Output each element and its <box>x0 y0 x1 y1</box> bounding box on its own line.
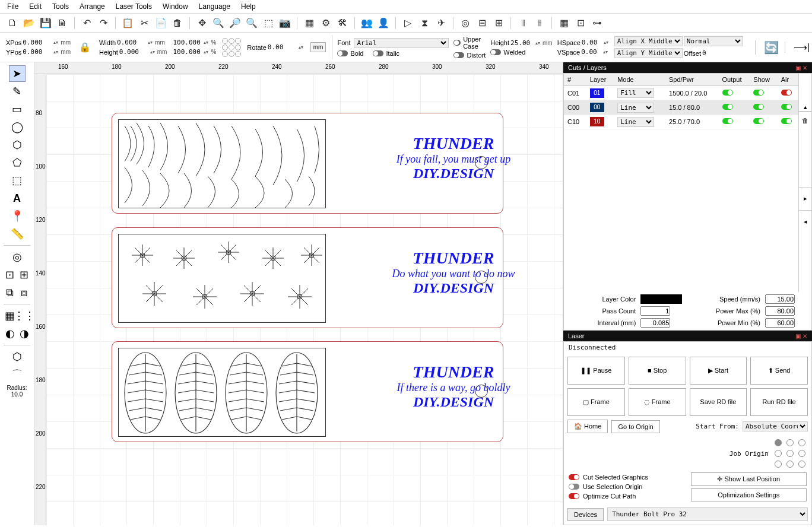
user-icon[interactable]: 👤 <box>377 17 390 30</box>
alignx-select[interactable]: Align X Middle <box>614 36 683 46</box>
select-area-icon[interactable]: ⬚ <box>262 17 275 30</box>
new-icon[interactable]: 🗋 <box>6 17 19 30</box>
curve-tool[interactable]: ⌒ <box>9 366 26 383</box>
text-tool[interactable]: A <box>9 190 26 207</box>
edit-nodes-tool[interactable]: ⬚ <box>9 172 26 189</box>
menu-arrange[interactable]: Arrange <box>80 2 105 11</box>
flip-v-tool[interactable]: ◑ <box>17 325 31 342</box>
canvas-area[interactable]: 160180 200220 240260 280300 320340 80100… <box>34 62 563 525</box>
layer-right-button[interactable]: ▸ <box>799 187 811 211</box>
export-icon[interactable]: 🗎 <box>56 17 69 30</box>
delete-icon[interactable]: 🗑 <box>171 17 184 30</box>
power-max-input[interactable] <box>765 306 795 316</box>
welded-toggle[interactable] <box>490 49 501 55</box>
zoom-in-icon[interactable]: 🔍 <box>212 17 225 30</box>
italic-toggle[interactable] <box>373 50 383 56</box>
mirror-v-icon[interactable]: ✈ <box>434 17 448 30</box>
grid-icon[interactable]: ⊡ <box>574 17 587 30</box>
weld-tool[interactable]: ⊡ <box>3 266 17 283</box>
cut-icon[interactable]: ✂ <box>138 17 151 30</box>
show-last-button[interactable]: ✛ Show Last Position <box>691 472 807 486</box>
layer-swatch-c00[interactable]: 00 <box>590 103 604 112</box>
offset-tool[interactable]: ◎ <box>9 249 26 265</box>
open-icon[interactable]: 📂 <box>23 17 36 30</box>
paste-icon[interactable]: 📄 <box>154 17 167 30</box>
rotate-input[interactable] <box>268 43 297 51</box>
zoom-out-icon[interactable]: 🔍 <box>245 17 258 30</box>
frame2-button[interactable]: ◌ Frame <box>629 388 686 416</box>
save-rd-button[interactable]: Save RD file <box>690 388 747 416</box>
pass-count-input[interactable] <box>640 306 670 316</box>
design-card-2[interactable]: THUNDER Do what you want to do now DIY.D… <box>112 227 503 328</box>
opt-settings-button[interactable]: Optimization Settings <box>691 488 807 501</box>
layer-delete-button[interactable]: 🗑 <box>799 112 811 129</box>
layer-color-swatch[interactable] <box>640 294 682 304</box>
canvas[interactable]: THUNDER If you fall, you must get up DIY… <box>46 74 563 525</box>
pen-tool[interactable]: ✎ <box>9 83 26 100</box>
aligny-select[interactable]: Align Y Middle <box>614 48 683 58</box>
align-panel-icon[interactable]: ⟶| <box>785 42 810 53</box>
job-origin-grid[interactable] <box>775 439 807 468</box>
device-select[interactable]: Thunder Bolt Pro 32 <box>607 507 808 521</box>
distort-toggle[interactable] <box>453 52 464 58</box>
speed-input[interactable] <box>765 294 795 304</box>
mm-button[interactable]: mm <box>310 42 326 52</box>
devices-button[interactable]: Devices <box>567 508 604 521</box>
tools-icon[interactable]: 🛠 <box>336 17 349 30</box>
hspace-input[interactable] <box>582 39 602 46</box>
layer-up-button[interactable]: ▴ <box>799 74 811 112</box>
home-button[interactable]: 🏠 Home <box>567 420 608 433</box>
path-tool[interactable]: ⬠ <box>9 154 26 171</box>
circle-tool[interactable]: ◯ <box>9 119 26 135</box>
layer-row-c00[interactable]: C00 00 Line 15.0 / 80.0 <box>564 100 798 115</box>
opt-cut-toggle[interactable] <box>569 493 579 499</box>
menu-language[interactable]: Language <box>199 2 230 11</box>
target-icon[interactable]: ◎ <box>459 17 472 30</box>
menu-laser-tools[interactable]: Laser Tools <box>116 2 152 11</box>
output-toggle-c00[interactable] <box>722 104 733 110</box>
show-toggle-c01[interactable] <box>753 90 764 96</box>
width-input[interactable] <box>117 39 147 46</box>
mode-select-c01[interactable]: Fill <box>617 88 654 98</box>
marker-tool[interactable]: 📍 <box>9 208 26 224</box>
flip-h-tool[interactable]: ◐ <box>3 325 17 342</box>
frame1-button[interactable]: ▢ Frame <box>567 388 625 416</box>
power-min-input[interactable] <box>765 318 795 328</box>
vspace-input[interactable] <box>581 48 602 56</box>
font-select[interactable]: Arial <box>354 38 449 48</box>
redo-icon[interactable]: ↷ <box>97 17 110 30</box>
camera-icon[interactable]: 📷 <box>278 17 291 30</box>
menu-tools[interactable]: Tools <box>52 2 69 11</box>
panel-controls[interactable]: ▣ ✕ <box>795 65 807 71</box>
laser-panel-controls[interactable]: ▣ ✕ <box>795 333 807 339</box>
select-tool[interactable]: ➤ <box>9 65 26 82</box>
air-toggle-c10[interactable] <box>781 118 792 124</box>
go-origin-button[interactable]: Go to Origin <box>611 420 659 433</box>
bold-toggle[interactable] <box>337 50 348 56</box>
air-toggle-c01[interactable] <box>781 90 792 96</box>
menu-help[interactable]: Help <box>241 2 256 11</box>
pct-h-input[interactable] <box>173 48 202 56</box>
run-rd-button[interactable]: Run RD file <box>750 388 808 416</box>
layer-swatch-c01[interactable]: 01 <box>590 88 604 98</box>
show-toggle-c00[interactable] <box>753 104 764 110</box>
laser-panel-header[interactable]: Laser▣ ✕ <box>563 331 812 341</box>
layer-swatch-c10[interactable]: 10 <box>590 117 604 126</box>
array-icon[interactable]: ▦ <box>557 17 570 30</box>
height-input[interactable] <box>119 48 149 56</box>
rotary-icon[interactable]: 🔄 <box>755 40 779 55</box>
send-button[interactable]: ⬆ Send <box>750 357 808 385</box>
ypos-input[interactable] <box>23 48 52 56</box>
cuts-panel-header[interactable]: Cuts / Layers▣ ✕ <box>563 62 812 73</box>
copy-icon[interactable]: 📋 <box>121 17 134 30</box>
xpos-input[interactable] <box>23 39 52 46</box>
group-tool[interactable]: ⧉ <box>3 284 17 301</box>
shape-tool[interactable]: ⬡ <box>9 348 26 365</box>
font-height-input[interactable] <box>510 39 534 47</box>
menu-file[interactable]: File <box>7 2 18 11</box>
boolean-tool[interactable]: ⊞ <box>17 266 31 283</box>
align1-icon[interactable]: ⊟ <box>475 17 489 30</box>
send-icon[interactable]: ▷ <box>401 17 414 30</box>
distribute2-icon[interactable]: ⫵ <box>533 17 546 30</box>
design-card-1[interactable]: THUNDER If you fall, you must get up DIY… <box>112 113 503 214</box>
